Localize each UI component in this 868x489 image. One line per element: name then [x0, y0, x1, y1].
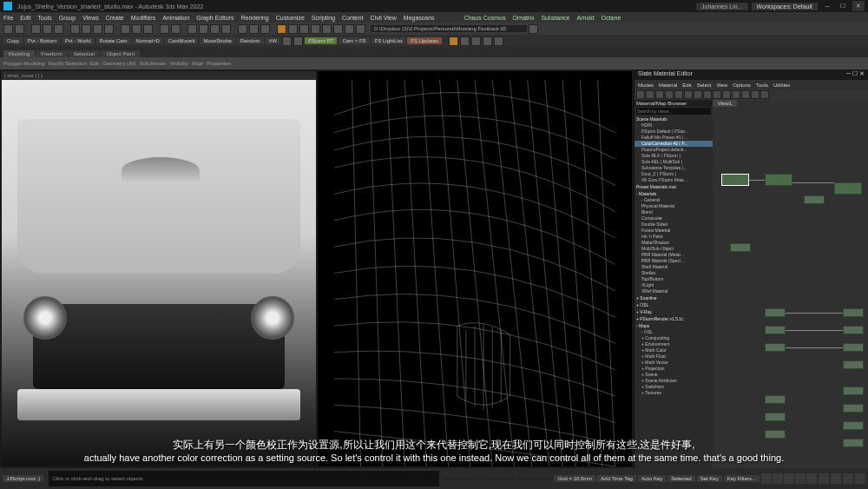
node-graph[interactable]: View1 [713, 100, 868, 468]
node-d[interactable] [730, 243, 751, 252]
mp6[interactable]: + Scene [635, 372, 713, 378]
node-o[interactable] [843, 387, 864, 395]
st-8[interactable] [703, 90, 712, 99]
menu-cosmos[interactable]: Chaos Cosmos [464, 15, 506, 21]
scanline-head[interactable]: + Scanline [635, 294, 713, 301]
node-k[interactable] [843, 360, 864, 369]
sb-o4[interactable] [483, 36, 492, 46]
m15[interactable]: XRef Material [635, 288, 713, 294]
sb-o3[interactable] [471, 36, 481, 46]
scn2[interactable]: Falloff Mix Preset #1 ( ... [635, 135, 713, 141]
tb-x3[interactable] [311, 24, 320, 34]
m13[interactable]: Top/Bottom [635, 276, 713, 282]
sm-modes[interactable]: Modes [638, 83, 654, 88]
tb-render[interactable] [260, 24, 270, 34]
st-6[interactable] [684, 90, 693, 99]
osl-head[interactable]: + OSL [635, 301, 713, 308]
tb-angle-snap[interactable] [132, 24, 141, 34]
node-j[interactable] [843, 343, 864, 352]
node-g[interactable] [765, 343, 786, 352]
st-4[interactable] [665, 90, 674, 99]
sb-rotate-cam[interactable]: Rotate Cam [96, 37, 131, 44]
node-b[interactable] [804, 195, 825, 204]
ribbon-paint[interactable]: Object Paint [101, 50, 140, 57]
mp5[interactable]: + Projection [635, 366, 713, 372]
menu-scripting[interactable]: Scripting [312, 15, 335, 21]
mp4[interactable]: + Math Vector [635, 360, 713, 366]
st-9[interactable] [713, 90, 721, 99]
sb-o2[interactable] [460, 36, 470, 46]
menu-animation[interactable]: Animation [162, 15, 189, 21]
node-p[interactable] [843, 404, 864, 413]
menu-megascans[interactable]: Megascans [404, 15, 435, 21]
rp-vis[interactable]: Visibility [169, 61, 188, 66]
scn5[interactable]: Sole RLX ( FStorm ) [635, 153, 713, 159]
sb-camfs[interactable]: Cam > FS [339, 37, 369, 44]
tb-bind[interactable] [54, 24, 63, 34]
st-14[interactable] [760, 90, 769, 99]
node-e[interactable] [765, 308, 786, 317]
maps-osl[interactable]: - OSL [635, 329, 713, 335]
tl-end[interactable] [806, 473, 817, 484]
tb-material[interactable] [221, 24, 231, 34]
m14[interactable]: XLight [635, 282, 713, 288]
tb-align[interactable] [171, 24, 181, 34]
st-2[interactable] [646, 90, 654, 99]
nav-max[interactable] [855, 473, 865, 484]
set-key[interactable]: Set Key [697, 475, 722, 482]
maximize-icon[interactable]: ☐ [837, 1, 849, 11]
tb-scale[interactable] [104, 24, 114, 34]
sm-material[interactable]: Material [659, 83, 677, 88]
scn0[interactable]: HDRI [635, 122, 713, 129]
sb-o1[interactable] [449, 36, 458, 46]
tb-snap[interactable] [121, 24, 130, 34]
m0[interactable]: - General [635, 197, 713, 203]
sb-fstorm-rt[interactable]: FStorm RT [305, 37, 337, 44]
sb-pvt-bottom[interactable]: Pvt - Bottom [24, 37, 60, 44]
menu-file[interactable]: File [3, 15, 13, 21]
mp2[interactable]: + Math Color [635, 347, 713, 354]
menu-substance[interactable]: Substance [541, 15, 569, 21]
tb-fstorm[interactable] [277, 24, 286, 34]
scn6[interactable]: Sole AEL ( MultiSub ) [635, 159, 713, 165]
m5[interactable]: Forest Material [635, 228, 713, 234]
m11[interactable]: Shell Material [635, 264, 713, 270]
st-3[interactable] [655, 90, 664, 99]
sm-options[interactable]: Options [733, 83, 751, 88]
tb-x2[interactable] [299, 24, 309, 34]
ribbon-freeform[interactable]: Freeform [36, 50, 67, 57]
tb-percent-snap[interactable] [143, 24, 153, 34]
nav-orbit[interactable] [843, 473, 853, 484]
slate-titlebar[interactable]: Slate Material Editor ─ ☐ ✕ [635, 69, 868, 80]
script-chip[interactable]: JJScript.mxs :) [3, 475, 43, 482]
m3[interactable]: Composite [635, 215, 713, 221]
scene-materials-head[interactable]: Scene Materials [635, 116, 713, 122]
mp8[interactable]: + Switchers [635, 384, 713, 390]
vray-head[interactable]: + V-Ray [635, 308, 713, 315]
tb-render-frame[interactable] [249, 24, 259, 34]
m9[interactable]: PBR Material (Metal... [635, 252, 713, 258]
viewport-wireframe[interactable] [318, 71, 632, 466]
sm-tools[interactable]: Tools [756, 83, 768, 88]
m4[interactable]: Double Sided [635, 221, 713, 228]
tb-render-setup[interactable] [238, 24, 247, 34]
tl-next[interactable] [795, 473, 806, 484]
mp3[interactable]: + Math Float [635, 354, 713, 360]
time-tag[interactable]: Add Time Tag [597, 475, 636, 482]
menu-octane[interactable]: Octane [602, 15, 621, 21]
node-r[interactable] [843, 439, 864, 447]
tb-move[interactable] [82, 24, 91, 34]
selected-mode[interactable]: Selected [667, 475, 694, 482]
menu-content[interactable]: Content [342, 15, 364, 21]
slate-close-icon[interactable]: ✕ [859, 70, 865, 79]
st-13[interactable] [751, 90, 760, 99]
tb-layer[interactable] [187, 24, 197, 34]
menu-group[interactable]: Group [59, 15, 76, 21]
sb-i2[interactable] [293, 36, 303, 46]
st-7[interactable] [694, 90, 702, 99]
node-l[interactable] [765, 395, 786, 404]
st-11[interactable] [732, 90, 740, 99]
tb-x7[interactable] [356, 24, 365, 34]
tb-undo[interactable] [3, 24, 13, 34]
tb-schematic[interactable] [210, 24, 220, 34]
